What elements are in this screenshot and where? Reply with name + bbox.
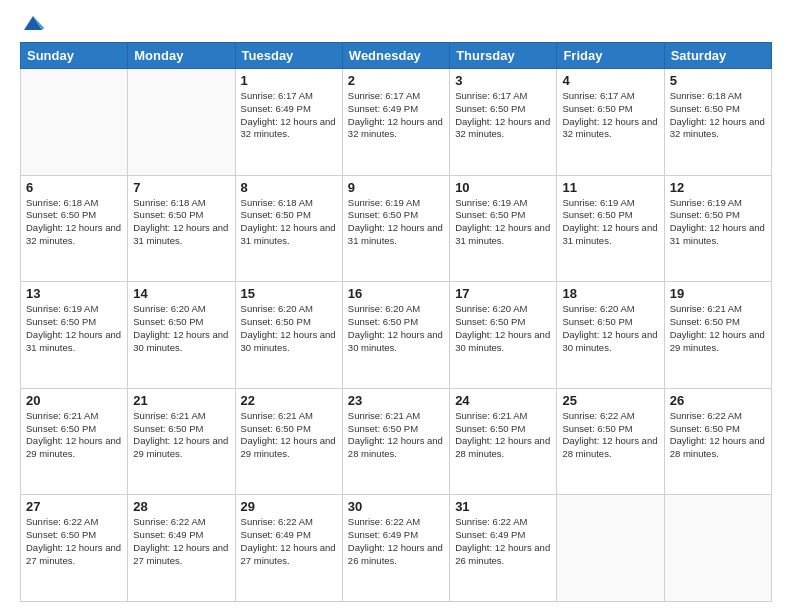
- calendar-cell: 2Sunrise: 6:17 AM Sunset: 6:49 PM Daylig…: [342, 69, 449, 176]
- calendar-cell: 17Sunrise: 6:20 AM Sunset: 6:50 PM Dayli…: [450, 282, 557, 389]
- day-number: 26: [670, 393, 766, 408]
- day-info: Sunrise: 6:17 AM Sunset: 6:50 PM Dayligh…: [562, 90, 658, 141]
- calendar-header-wednesday: Wednesday: [342, 43, 449, 69]
- day-number: 25: [562, 393, 658, 408]
- calendar-cell: [128, 69, 235, 176]
- logo-icon: [22, 12, 44, 34]
- day-number: 30: [348, 499, 444, 514]
- day-number: 21: [133, 393, 229, 408]
- day-number: 24: [455, 393, 551, 408]
- day-number: 23: [348, 393, 444, 408]
- calendar-header-row: SundayMondayTuesdayWednesdayThursdayFrid…: [21, 43, 772, 69]
- day-number: 17: [455, 286, 551, 301]
- calendar-cell: 18Sunrise: 6:20 AM Sunset: 6:50 PM Dayli…: [557, 282, 664, 389]
- calendar-cell: 25Sunrise: 6:22 AM Sunset: 6:50 PM Dayli…: [557, 388, 664, 495]
- day-info: Sunrise: 6:20 AM Sunset: 6:50 PM Dayligh…: [455, 303, 551, 354]
- day-number: 16: [348, 286, 444, 301]
- day-number: 22: [241, 393, 337, 408]
- day-info: Sunrise: 6:19 AM Sunset: 6:50 PM Dayligh…: [670, 197, 766, 248]
- day-info: Sunrise: 6:19 AM Sunset: 6:50 PM Dayligh…: [26, 303, 122, 354]
- calendar-cell: 19Sunrise: 6:21 AM Sunset: 6:50 PM Dayli…: [664, 282, 771, 389]
- day-info: Sunrise: 6:18 AM Sunset: 6:50 PM Dayligh…: [241, 197, 337, 248]
- calendar-cell: 11Sunrise: 6:19 AM Sunset: 6:50 PM Dayli…: [557, 175, 664, 282]
- day-info: Sunrise: 6:22 AM Sunset: 6:49 PM Dayligh…: [348, 516, 444, 567]
- day-info: Sunrise: 6:21 AM Sunset: 6:50 PM Dayligh…: [348, 410, 444, 461]
- calendar-cell: 29Sunrise: 6:22 AM Sunset: 6:49 PM Dayli…: [235, 495, 342, 602]
- day-info: Sunrise: 6:21 AM Sunset: 6:50 PM Dayligh…: [26, 410, 122, 461]
- calendar-cell: 13Sunrise: 6:19 AM Sunset: 6:50 PM Dayli…: [21, 282, 128, 389]
- calendar-cell: 5Sunrise: 6:18 AM Sunset: 6:50 PM Daylig…: [664, 69, 771, 176]
- day-number: 8: [241, 180, 337, 195]
- day-info: Sunrise: 6:21 AM Sunset: 6:50 PM Dayligh…: [670, 303, 766, 354]
- calendar-cell: 23Sunrise: 6:21 AM Sunset: 6:50 PM Dayli…: [342, 388, 449, 495]
- day-number: 3: [455, 73, 551, 88]
- calendar-header-thursday: Thursday: [450, 43, 557, 69]
- calendar-cell: 15Sunrise: 6:20 AM Sunset: 6:50 PM Dayli…: [235, 282, 342, 389]
- calendar-cell: 28Sunrise: 6:22 AM Sunset: 6:49 PM Dayli…: [128, 495, 235, 602]
- header: [20, 16, 772, 32]
- calendar-header-friday: Friday: [557, 43, 664, 69]
- day-info: Sunrise: 6:22 AM Sunset: 6:50 PM Dayligh…: [562, 410, 658, 461]
- day-info: Sunrise: 6:20 AM Sunset: 6:50 PM Dayligh…: [348, 303, 444, 354]
- day-info: Sunrise: 6:21 AM Sunset: 6:50 PM Dayligh…: [133, 410, 229, 461]
- day-info: Sunrise: 6:21 AM Sunset: 6:50 PM Dayligh…: [455, 410, 551, 461]
- day-number: 31: [455, 499, 551, 514]
- day-number: 18: [562, 286, 658, 301]
- week-row-3: 20Sunrise: 6:21 AM Sunset: 6:50 PM Dayli…: [21, 388, 772, 495]
- calendar-cell: 27Sunrise: 6:22 AM Sunset: 6:50 PM Dayli…: [21, 495, 128, 602]
- calendar-cell: 24Sunrise: 6:21 AM Sunset: 6:50 PM Dayli…: [450, 388, 557, 495]
- calendar-cell: 7Sunrise: 6:18 AM Sunset: 6:50 PM Daylig…: [128, 175, 235, 282]
- calendar-cell: 6Sunrise: 6:18 AM Sunset: 6:50 PM Daylig…: [21, 175, 128, 282]
- day-number: 2: [348, 73, 444, 88]
- week-row-2: 13Sunrise: 6:19 AM Sunset: 6:50 PM Dayli…: [21, 282, 772, 389]
- day-info: Sunrise: 6:22 AM Sunset: 6:49 PM Dayligh…: [241, 516, 337, 567]
- day-number: 28: [133, 499, 229, 514]
- calendar-header-monday: Monday: [128, 43, 235, 69]
- day-number: 1: [241, 73, 337, 88]
- day-number: 13: [26, 286, 122, 301]
- logo: [20, 16, 44, 32]
- day-info: Sunrise: 6:17 AM Sunset: 6:49 PM Dayligh…: [241, 90, 337, 141]
- calendar-cell: 30Sunrise: 6:22 AM Sunset: 6:49 PM Dayli…: [342, 495, 449, 602]
- calendar-cell: 1Sunrise: 6:17 AM Sunset: 6:49 PM Daylig…: [235, 69, 342, 176]
- day-info: Sunrise: 6:19 AM Sunset: 6:50 PM Dayligh…: [455, 197, 551, 248]
- day-info: Sunrise: 6:20 AM Sunset: 6:50 PM Dayligh…: [241, 303, 337, 354]
- day-number: 19: [670, 286, 766, 301]
- day-number: 10: [455, 180, 551, 195]
- day-number: 12: [670, 180, 766, 195]
- day-number: 15: [241, 286, 337, 301]
- calendar-cell: 22Sunrise: 6:21 AM Sunset: 6:50 PM Dayli…: [235, 388, 342, 495]
- day-info: Sunrise: 6:22 AM Sunset: 6:50 PM Dayligh…: [26, 516, 122, 567]
- page: SundayMondayTuesdayWednesdayThursdayFrid…: [0, 0, 792, 612]
- day-number: 4: [562, 73, 658, 88]
- day-info: Sunrise: 6:17 AM Sunset: 6:50 PM Dayligh…: [455, 90, 551, 141]
- calendar-cell: 9Sunrise: 6:19 AM Sunset: 6:50 PM Daylig…: [342, 175, 449, 282]
- calendar-header-saturday: Saturday: [664, 43, 771, 69]
- day-number: 29: [241, 499, 337, 514]
- day-info: Sunrise: 6:22 AM Sunset: 6:49 PM Dayligh…: [455, 516, 551, 567]
- day-info: Sunrise: 6:18 AM Sunset: 6:50 PM Dayligh…: [133, 197, 229, 248]
- day-info: Sunrise: 6:22 AM Sunset: 6:49 PM Dayligh…: [133, 516, 229, 567]
- day-info: Sunrise: 6:18 AM Sunset: 6:50 PM Dayligh…: [670, 90, 766, 141]
- week-row-1: 6Sunrise: 6:18 AM Sunset: 6:50 PM Daylig…: [21, 175, 772, 282]
- calendar-table: SundayMondayTuesdayWednesdayThursdayFrid…: [20, 42, 772, 602]
- calendar-header-sunday: Sunday: [21, 43, 128, 69]
- calendar-cell: 10Sunrise: 6:19 AM Sunset: 6:50 PM Dayli…: [450, 175, 557, 282]
- calendar-cell: 31Sunrise: 6:22 AM Sunset: 6:49 PM Dayli…: [450, 495, 557, 602]
- day-number: 20: [26, 393, 122, 408]
- calendar-cell: 26Sunrise: 6:22 AM Sunset: 6:50 PM Dayli…: [664, 388, 771, 495]
- calendar-cell: 14Sunrise: 6:20 AM Sunset: 6:50 PM Dayli…: [128, 282, 235, 389]
- day-number: 27: [26, 499, 122, 514]
- calendar-cell: 12Sunrise: 6:19 AM Sunset: 6:50 PM Dayli…: [664, 175, 771, 282]
- day-number: 14: [133, 286, 229, 301]
- day-info: Sunrise: 6:19 AM Sunset: 6:50 PM Dayligh…: [562, 197, 658, 248]
- day-info: Sunrise: 6:18 AM Sunset: 6:50 PM Dayligh…: [26, 197, 122, 248]
- day-number: 11: [562, 180, 658, 195]
- calendar-cell: 21Sunrise: 6:21 AM Sunset: 6:50 PM Dayli…: [128, 388, 235, 495]
- calendar-cell: [21, 69, 128, 176]
- day-number: 6: [26, 180, 122, 195]
- day-number: 5: [670, 73, 766, 88]
- day-info: Sunrise: 6:17 AM Sunset: 6:49 PM Dayligh…: [348, 90, 444, 141]
- day-info: Sunrise: 6:19 AM Sunset: 6:50 PM Dayligh…: [348, 197, 444, 248]
- day-number: 9: [348, 180, 444, 195]
